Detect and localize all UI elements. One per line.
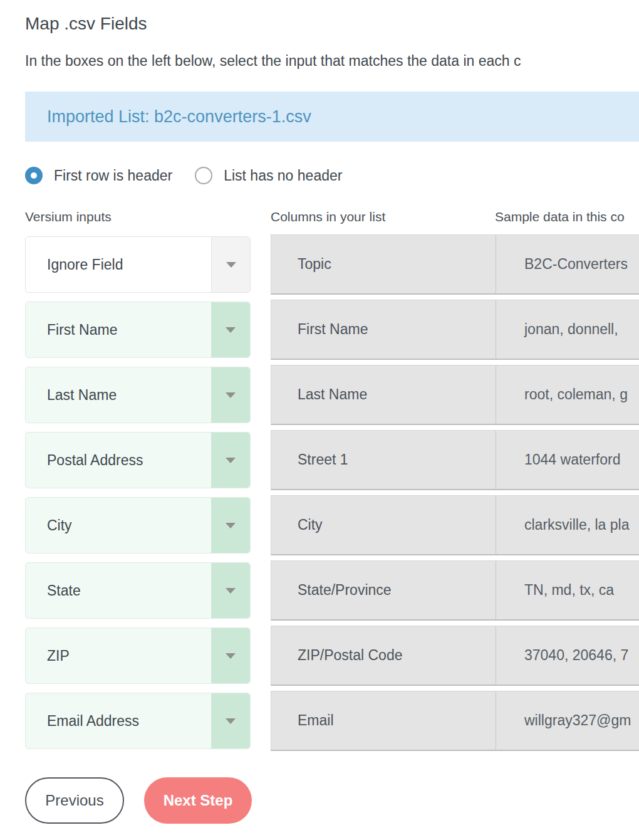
sample-data-cell: willgray327@gm: [497, 691, 639, 750]
input-select-postal-address[interactable]: Postal Address: [25, 432, 251, 488]
sample-data-header: Sample data in this co: [495, 209, 639, 224]
page-title: Map .csv Fields: [25, 14, 147, 34]
columns-in-list-header: Columns in your list: [271, 209, 385, 224]
field-mapping-list: Ignore Field Topic B2C-Converters First …: [0, 234, 639, 756]
imported-list-banner: Imported List: b2c-converters-1.csv: [25, 92, 639, 142]
field-mapping-row: ZIP ZIP/Postal Code 37040, 20646, 7: [0, 626, 639, 686]
column-name-cell: First Name: [271, 300, 496, 359]
chevron-down-icon[interactable]: [211, 498, 250, 553]
field-mapping-row: Last Name Last Name root, coleman, g: [0, 365, 639, 425]
chevron-down-icon[interactable]: [211, 433, 250, 488]
input-select-value: Postal Address: [26, 433, 211, 488]
sample-data-cell: TN, md, tx, ca: [497, 561, 639, 619]
radio-unselected-icon[interactable]: [195, 167, 212, 184]
column-name-cell: ZIP/Postal Code: [271, 626, 496, 685]
sample-data-cell: root, coleman, g: [497, 365, 639, 424]
column-name-cell: Street 1: [271, 431, 496, 489]
chevron-down-icon[interactable]: [211, 693, 250, 748]
csv-column-row: Email willgray327@gm: [271, 691, 639, 751]
csv-column-row: Last Name root, coleman, g: [271, 365, 639, 425]
imported-list-label: Imported List: b2c-converters-1.csv: [25, 107, 311, 127]
column-name-cell: Last Name: [271, 365, 496, 424]
input-select-zip[interactable]: ZIP: [25, 627, 251, 684]
column-name-cell: City: [271, 496, 496, 554]
input-select-email-address[interactable]: Email Address: [25, 693, 251, 749]
header-option-group: First row is header List has no header: [25, 165, 342, 186]
radio-list-has-no-header[interactable]: List has no header: [195, 167, 342, 184]
chevron-down-icon[interactable]: [211, 563, 250, 618]
csv-column-row: City clarksville, la pla: [271, 495, 639, 555]
chevron-down-icon[interactable]: [211, 302, 250, 357]
field-mapping-row: Postal Address Street 1 1044 waterford: [0, 430, 639, 490]
chevron-down-icon[interactable]: [211, 628, 250, 683]
next-step-button[interactable]: Next Step: [144, 777, 252, 824]
column-name-cell: State/Province: [271, 561, 496, 619]
sample-data-cell: clarksville, la pla: [497, 496, 639, 554]
input-select-value: Last Name: [26, 367, 211, 423]
csv-column-row: ZIP/Postal Code 37040, 20646, 7: [271, 626, 639, 686]
input-select-first-name[interactable]: First Name: [25, 302, 251, 358]
instructions-text: In the boxes on the left below, select t…: [25, 53, 639, 70]
field-mapping-row: State State/Province TN, md, tx, ca: [0, 560, 639, 621]
sample-data-cell: jonan, donnell,: [497, 300, 639, 359]
input-select-value: Ignore Field: [26, 237, 211, 292]
csv-column-row: Topic B2C-Converters: [271, 234, 639, 295]
radio-list-has-no-header-label: List has no header: [224, 167, 342, 184]
column-name-cell: Email: [271, 691, 496, 750]
csv-column-row: State/Province TN, md, tx, ca: [271, 560, 639, 621]
map-csv-fields-page: Map .csv Fields In the boxes on the left…: [0, 0, 639, 840]
input-select-value: State: [26, 563, 211, 618]
previous-button[interactable]: Previous: [25, 777, 124, 824]
input-select-state[interactable]: State: [25, 562, 251, 619]
versium-inputs-header: Versium inputs: [25, 209, 112, 224]
field-mapping-row: First Name First Name jonan, donnell,: [0, 300, 639, 360]
input-select-topic[interactable]: Ignore Field: [25, 236, 251, 293]
radio-first-row-header-label: First row is header: [54, 167, 172, 184]
radio-selected-icon[interactable]: [25, 167, 43, 184]
chevron-down-icon[interactable]: [211, 237, 250, 292]
chevron-down-icon[interactable]: [211, 367, 250, 423]
input-select-city[interactable]: City: [25, 497, 251, 554]
input-select-value: ZIP: [26, 628, 211, 683]
column-name-cell: Topic: [271, 235, 496, 293]
input-select-value: First Name: [26, 302, 211, 357]
csv-column-row: First Name jonan, donnell,: [271, 300, 639, 360]
csv-column-row: Street 1 1044 waterford: [271, 430, 639, 490]
field-mapping-row: City City clarksville, la pla: [0, 495, 639, 555]
field-mapping-row: Ignore Field Topic B2C-Converters: [0, 234, 639, 295]
input-select-value: City: [26, 498, 211, 553]
sample-data-cell: B2C-Converters: [497, 235, 639, 293]
input-select-value: Email Address: [26, 693, 211, 748]
sample-data-cell: 1044 waterford: [497, 431, 639, 489]
input-select-last-name[interactable]: Last Name: [25, 367, 251, 423]
sample-data-cell: 37040, 20646, 7: [497, 626, 639, 685]
field-mapping-row: Email Address Email willgray327@gm: [0, 691, 639, 751]
radio-first-row-header[interactable]: First row is header: [25, 167, 172, 184]
